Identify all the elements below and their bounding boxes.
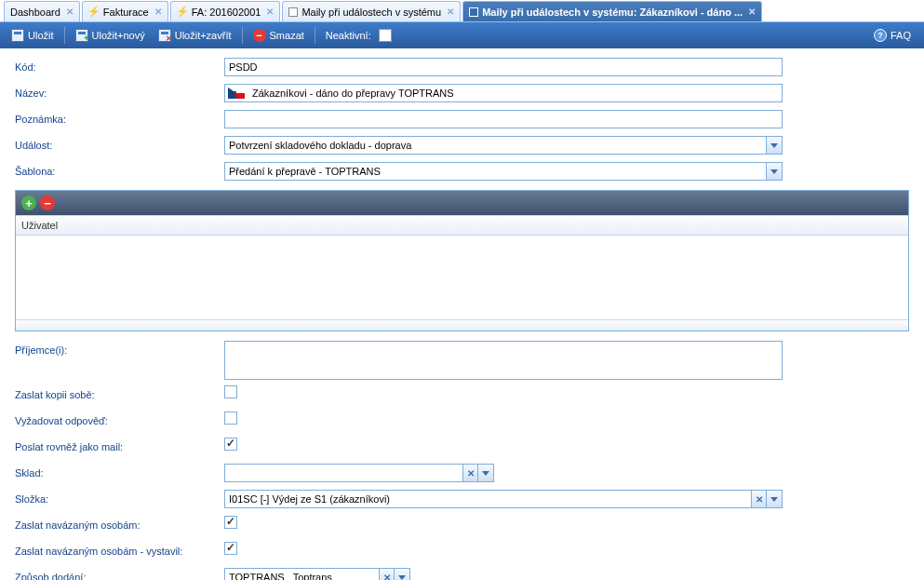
chevron-down-icon[interactable] xyxy=(395,568,410,580)
delivery-label: Způsob dodání: xyxy=(15,568,224,580)
module-icon xyxy=(469,7,478,17)
delete-button[interactable]: − Smazat xyxy=(248,26,310,45)
flag-cz-icon xyxy=(228,88,245,99)
event-select[interactable] xyxy=(224,136,767,155)
save-icon xyxy=(11,29,24,42)
close-icon[interactable]: ✕ xyxy=(266,7,274,17)
code-label: Kód: xyxy=(15,58,224,73)
remove-row-button[interactable]: − xyxy=(40,196,55,210)
button-label: Uložit+zavřít xyxy=(175,30,232,41)
name-input[interactable] xyxy=(248,85,782,101)
inactive-label: Neaktivní: xyxy=(326,30,371,41)
chevron-down-icon[interactable] xyxy=(767,136,783,155)
save-close-button[interactable]: Uložit+zavřít xyxy=(153,26,237,45)
help-icon: ? xyxy=(874,29,887,42)
module-icon: ⚡ xyxy=(88,7,100,18)
linked-persons-issuer-label: Zaslat navázaným osobám - vystavil: xyxy=(15,542,224,557)
folder-label: Složka: xyxy=(15,490,224,505)
separator xyxy=(242,27,243,44)
tab-dashboard[interactable]: Dashboard ✕ xyxy=(4,1,80,21)
warehouse-label: Sklad: xyxy=(15,464,224,479)
template-label: Šablona: xyxy=(15,162,224,177)
tab-fa-201602001[interactable]: ⚡ FA: 201602001 ✕ xyxy=(170,1,281,21)
tab-mails-list[interactable]: Maily při událostech v systému ✕ xyxy=(282,1,461,21)
linked-persons-issuer-checkbox[interactable] xyxy=(224,542,237,555)
tab-label: Fakturace xyxy=(103,7,149,18)
chevron-down-icon[interactable] xyxy=(767,490,783,508)
clear-icon[interactable]: ✕ xyxy=(462,464,478,482)
chevron-down-icon[interactable] xyxy=(767,162,783,181)
tab-label: Maily při událostech v systému xyxy=(301,7,441,18)
faq-label: FAQ xyxy=(891,30,911,41)
cc-self-label: Zaslat kopii sobě: xyxy=(15,385,224,400)
event-label: Událost: xyxy=(15,136,224,151)
require-reply-checkbox[interactable] xyxy=(224,411,237,425)
inactive-checkbox[interactable] xyxy=(379,29,392,42)
code-input[interactable] xyxy=(224,58,783,76)
tab-bar: Dashboard ✕ ⚡ Fakturace ✕ ⚡ FA: 20160200… xyxy=(0,0,924,22)
template-select[interactable] xyxy=(224,162,767,181)
close-icon[interactable]: ✕ xyxy=(447,7,454,17)
warehouse-input[interactable] xyxy=(224,464,462,482)
linked-persons-label: Zaslat navázaným osobám: xyxy=(15,516,224,531)
save-new-icon xyxy=(75,29,88,42)
name-label: Název: xyxy=(15,84,224,99)
tab-label: Maily při událostech v systému: Zákazník… xyxy=(482,7,743,18)
delivery-input[interactable] xyxy=(224,568,379,580)
button-label: Uložit+nový xyxy=(92,30,145,41)
cc-self-checkbox[interactable] xyxy=(224,385,237,398)
form-panel: Kód: Název: Poznámka: Událost: Šablona: … xyxy=(0,48,924,580)
separator xyxy=(64,27,65,44)
chevron-down-icon[interactable] xyxy=(478,464,494,482)
tab-fakturace[interactable]: ⚡ Fakturace ✕ xyxy=(82,1,168,21)
separator xyxy=(315,27,315,44)
grid-footer xyxy=(16,319,908,330)
save-close-icon xyxy=(158,29,171,42)
add-row-button[interactable]: + xyxy=(21,196,36,210)
save-button[interactable]: Uložit xyxy=(6,26,60,45)
main-toolbar: Uložit Uložit+nový Uložit+zavřít − Smaza… xyxy=(0,22,924,48)
tab-label: FA: 201602001 xyxy=(192,7,261,18)
note-label: Poznámka: xyxy=(15,110,224,125)
button-label: Uložit xyxy=(28,30,54,41)
recipients-input[interactable] xyxy=(224,341,783,380)
delete-icon: − xyxy=(253,29,266,42)
clear-icon[interactable]: ✕ xyxy=(751,490,767,508)
save-new-button[interactable]: Uložit+nový xyxy=(70,26,151,45)
linked-persons-checkbox[interactable] xyxy=(224,516,237,529)
users-grid: + − Uživatel xyxy=(15,190,909,331)
module-icon xyxy=(288,7,298,17)
tab-mail-detail[interactable]: Maily při událostech v systému: Zákazník… xyxy=(462,1,762,21)
close-icon[interactable]: ✕ xyxy=(66,7,74,17)
also-mail-checkbox[interactable] xyxy=(224,438,237,451)
note-input[interactable] xyxy=(224,110,783,128)
tab-label: Dashboard xyxy=(10,7,60,18)
recipients-label: Příjemce(i): xyxy=(15,341,224,356)
require-reply-label: Vyžadovat odpověď: xyxy=(15,411,224,426)
also-mail-label: Poslat rovněž jako mail: xyxy=(15,438,224,452)
grid-body[interactable] xyxy=(16,236,908,319)
clear-icon[interactable]: ✕ xyxy=(379,568,395,580)
folder-input[interactable] xyxy=(224,490,751,508)
button-label: Smazat xyxy=(270,30,304,41)
close-icon[interactable]: ✕ xyxy=(154,7,162,17)
grid-column-header[interactable]: Uživatel xyxy=(16,215,908,236)
grid-toolbar: + − xyxy=(16,191,908,215)
close-icon[interactable]: ✕ xyxy=(748,7,756,17)
module-icon: ⚡ xyxy=(177,7,188,18)
faq-button[interactable]: ? FAQ xyxy=(874,29,918,42)
inactive-toggle[interactable]: Neaktivní: xyxy=(320,26,397,45)
